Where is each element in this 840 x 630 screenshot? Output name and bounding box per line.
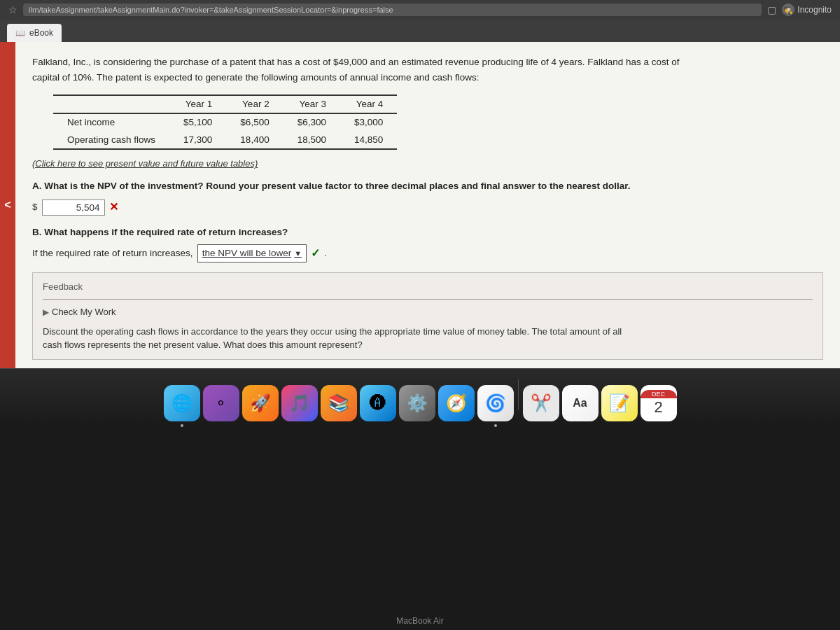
if-text-row: If the required rate of return increases… (32, 244, 823, 262)
calendar-day: 2 (654, 398, 662, 416)
table-row: Operating cash flows 17,300 18,400 18,50… (53, 132, 397, 149)
books-icon: 📚 (328, 393, 349, 413)
dock-item-compass[interactable]: 🧭 (438, 385, 475, 421)
dock-item-calendar[interactable]: DEC 2 (640, 385, 677, 421)
content-area: Falkland, Inc., is considering the purch… (15, 42, 840, 368)
question-a-label: A. What is the NPV of the investment? Ro… (32, 179, 823, 193)
tab-label: eBook (29, 28, 53, 38)
chrome-icon: 🌀 (485, 393, 506, 413)
pv-tables-link[interactable]: (Click here to see present value and fut… (32, 158, 258, 169)
period: . (324, 246, 327, 260)
dock-item-notes[interactable]: 📝 (601, 385, 638, 421)
dropdown-arrow-icon: ▼ (294, 248, 302, 260)
row-net-income-label: Net income (53, 113, 169, 131)
row-opcf-y4: 14,850 (340, 132, 397, 149)
table-header-year3: Year 3 (284, 95, 340, 113)
feedback-section: Feedback ▶ Check My Work Discount the op… (32, 272, 823, 360)
finder-icon: 🌐 (172, 393, 192, 413)
row-net-income-y3: $6,300 (284, 113, 340, 131)
problem-description: Falkland, Inc., is considering the purch… (32, 55, 823, 85)
row-net-income-y1: $5,100 (169, 113, 226, 131)
launchpad-icon: 🚀 (250, 393, 271, 413)
back-arrow[interactable]: < (4, 199, 10, 211)
row-net-income-y4: $3,000 (340, 113, 397, 131)
incorrect-mark: ✕ (109, 199, 118, 216)
table-header-year4: Year 4 (340, 95, 397, 113)
macbook-label: MacBook Air (396, 616, 443, 626)
feedback-body: Discount the operating cash flows in acc… (43, 325, 813, 352)
appstore-icon: 🅐 (370, 393, 386, 413)
row-net-income-y2: $6,500 (226, 113, 283, 131)
scissors-icon: ✂️ (531, 393, 552, 413)
row-opcf-y3: 18,500 (284, 132, 340, 149)
settings-icon: ⚙️ (407, 393, 428, 413)
tab-icon: 📖 (15, 29, 25, 38)
dock-item-chrome[interactable]: 🌀 (477, 385, 514, 421)
dock-separator (518, 379, 519, 410)
table-header-empty (53, 95, 169, 113)
feedback-label: Feedback (43, 280, 813, 294)
browser-bar: ☆ ilrn/takeAssignment/takeAssignmentMain… (0, 0, 840, 20)
feedback-text-2: cash flows represents the net present va… (43, 340, 363, 350)
npv-dropdown[interactable]: the NPV will be lower ▼ (197, 244, 307, 262)
finder-dot (181, 424, 183, 427)
calendar-month: DEC (640, 390, 677, 398)
url-text: ilrn/takeAssignment/takeAssignmentMain.d… (29, 6, 393, 14)
tab-bar: 📖 eBook (0, 20, 840, 42)
row-opcf-y2: 18,400 (226, 132, 283, 149)
dock-item-books[interactable]: 📚 (321, 385, 357, 421)
income-table: Year 1 Year 2 Year 3 Year 4 Net income $… (53, 94, 397, 150)
left-nav: < (0, 42, 15, 368)
music-icon: 🎵 (289, 393, 310, 413)
row-opcf-label: Operating cash flows (53, 132, 169, 149)
check-my-work-row[interactable]: ▶ Check My Work (43, 305, 813, 319)
dock-item-music[interactable]: 🎵 (281, 385, 318, 421)
incognito-label: Incognito (797, 5, 832, 15)
main-layout: < Falkland, Inc., is considering the pur… (0, 42, 840, 368)
check-my-work-label: Check My Work (52, 305, 116, 319)
question-a-instruction: Round your present value factor to three… (206, 181, 630, 191)
star-icon[interactable]: ☆ (8, 4, 18, 15)
answer-row-a: $ ✕ (32, 199, 823, 216)
feedback-text-1: Discount the operating cash flows in acc… (43, 326, 622, 337)
chrome-dot (494, 424, 497, 427)
check-work-icon: ▶ (43, 306, 49, 318)
npv-input[interactable] (42, 200, 105, 216)
window-icon[interactable]: ▢ (767, 4, 776, 15)
font-icon: Aa (573, 397, 587, 410)
dock-item-font[interactable]: Aa (562, 385, 598, 421)
dock-item-settings[interactable]: ⚙️ (399, 385, 435, 421)
ebook-tab[interactable]: 📖 eBook (7, 24, 62, 42)
correct-checkmark: ✓ (311, 245, 320, 262)
table-header-year2: Year 2 (226, 95, 283, 113)
problem-text-line1: Falkland, Inc., is considering the purch… (32, 57, 680, 67)
dock-item-finder[interactable]: 🌐 (164, 385, 200, 421)
table-header-year1: Year 1 (169, 95, 226, 113)
dropdown-value: the NPV will be lower (202, 246, 292, 260)
table-row: Net income $5,100 $6,500 $6,300 $3,000 (53, 113, 397, 131)
dollar-sign: $ (32, 200, 38, 214)
question-b-label: B. What happens if the required rate of … (32, 225, 823, 239)
incognito-icon: 🕵 (782, 4, 794, 16)
problem-text-line2: capital of 10%. The patent is expected t… (32, 72, 479, 83)
row-opcf-y1: 17,300 (169, 132, 226, 149)
compass-icon: 🧭 (446, 393, 467, 413)
dock-item-appstore[interactable]: 🅐 (360, 385, 396, 421)
notes-icon: 📝 (609, 393, 630, 413)
dock-item-siri[interactable]: ⚬ (203, 385, 239, 421)
if-prefix: If the required rate of return increases… (32, 246, 193, 260)
incognito-badge: 🕵 Incognito (782, 4, 832, 16)
siri-icon: ⚬ (215, 395, 227, 412)
dock: 🌐 ⚬ 🚀 🎵 📚 🅐 ⚙️ 🧭 🌀 ✂️ Aa 📝 DEC 2 (0, 368, 840, 424)
url-bar[interactable]: ilrn/takeAssignment/takeAssignmentMain.d… (23, 4, 762, 16)
dock-item-launchpad[interactable]: 🚀 (242, 385, 279, 421)
dock-item-scissors[interactable]: ✂️ (523, 385, 559, 421)
divider (43, 299, 813, 300)
